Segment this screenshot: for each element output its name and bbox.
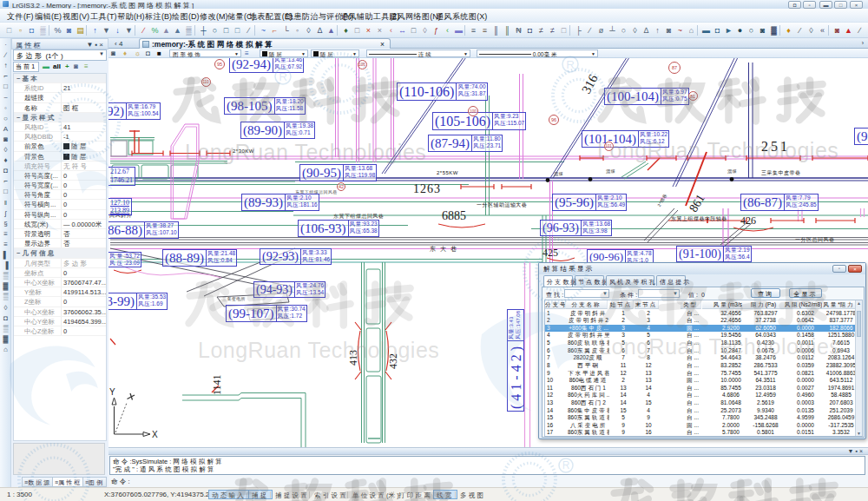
svg-text:Y: Y	[109, 387, 115, 397]
svg-text:X: X	[152, 430, 158, 439]
